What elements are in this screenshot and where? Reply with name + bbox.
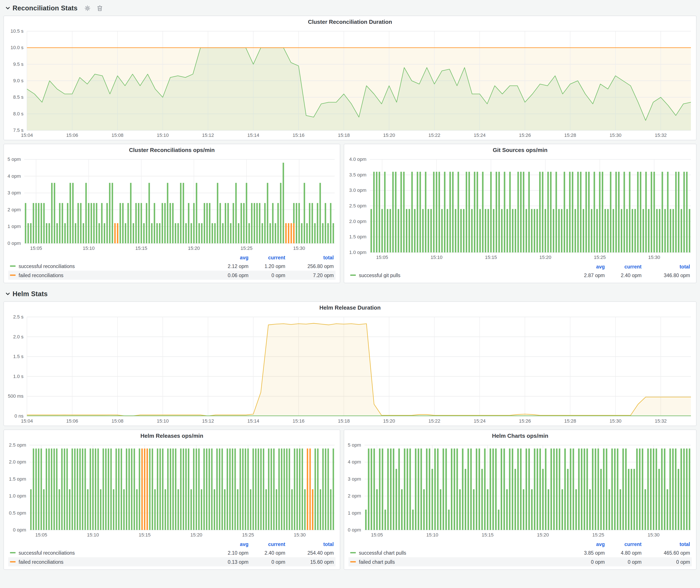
bar[interactable] — [121, 449, 122, 530]
bar[interactable] — [154, 203, 155, 243]
bar[interactable] — [664, 449, 665, 530]
bar[interactable] — [146, 203, 147, 243]
bar[interactable] — [629, 172, 631, 252]
bar[interactable] — [384, 510, 386, 530]
bar[interactable] — [412, 510, 414, 530]
bar[interactable] — [35, 449, 37, 530]
bar[interactable] — [605, 209, 606, 252]
bar[interactable] — [645, 489, 646, 530]
bar[interactable] — [56, 449, 58, 530]
bar[interactable] — [526, 449, 527, 530]
bar[interactable] — [429, 449, 430, 530]
section-title[interactable]: Helm Stats — [13, 290, 48, 298]
bar[interactable] — [250, 489, 252, 530]
bar[interactable] — [309, 203, 310, 243]
bar[interactable] — [564, 172, 565, 252]
bar[interactable] — [154, 489, 156, 530]
section-header-reconciliation-stats[interactable]: Reconciliation Stats — [3, 1, 697, 16]
bar[interactable] — [493, 209, 494, 252]
bar[interactable] — [169, 203, 171, 243]
bar[interactable] — [592, 449, 594, 530]
bar[interactable] — [291, 489, 293, 530]
bar[interactable] — [317, 449, 319, 530]
bar[interactable] — [637, 172, 639, 252]
bar[interactable] — [661, 449, 663, 530]
bar[interactable] — [517, 172, 519, 252]
bar[interactable] — [177, 223, 179, 243]
bar[interactable] — [317, 203, 318, 243]
bar[interactable] — [237, 489, 239, 530]
bar[interactable] — [570, 449, 571, 530]
bar[interactable] — [247, 449, 249, 530]
bar[interactable] — [46, 223, 47, 243]
bar[interactable] — [93, 203, 95, 243]
bar[interactable] — [61, 449, 63, 530]
bar[interactable] — [278, 449, 280, 530]
bar[interactable] — [277, 203, 279, 243]
bar[interactable] — [72, 449, 73, 530]
bar[interactable] — [290, 223, 292, 243]
bar[interactable] — [681, 209, 682, 252]
bar[interactable] — [631, 469, 632, 530]
bar[interactable] — [116, 449, 117, 530]
plot-p4[interactable]: 2.5 s2.0 s1.5 s1.0 s500 ms0 ns15:0415:06… — [4, 313, 696, 426]
bar[interactable] — [273, 449, 275, 530]
bar[interactable] — [658, 469, 660, 530]
bar[interactable] — [506, 209, 508, 252]
bar[interactable] — [209, 203, 210, 243]
bar[interactable] — [553, 209, 554, 252]
bar[interactable] — [572, 172, 573, 252]
bar[interactable] — [172, 449, 174, 530]
bar[interactable] — [460, 209, 462, 252]
bar[interactable] — [536, 209, 538, 252]
bar[interactable] — [230, 223, 232, 243]
bar[interactable] — [185, 449, 187, 530]
bar[interactable] — [398, 449, 400, 530]
legend-series-failed-reconciliations[interactable]: failed reconciliations — [10, 273, 203, 278]
bar[interactable] — [564, 449, 566, 530]
bar[interactable] — [87, 489, 89, 530]
bar[interactable] — [33, 203, 34, 243]
bar[interactable] — [271, 449, 272, 530]
bar[interactable] — [581, 449, 582, 530]
bar[interactable] — [566, 209, 568, 252]
bar[interactable] — [327, 223, 329, 243]
bar[interactable] — [471, 209, 473, 252]
bar[interactable] — [610, 172, 611, 252]
chevron-down-icon[interactable] — [5, 6, 10, 11]
bar[interactable] — [268, 449, 269, 530]
bar[interactable] — [151, 223, 153, 243]
bar[interactable] — [559, 449, 560, 530]
bar[interactable] — [447, 209, 448, 252]
panel-title[interactable]: Cluster Reconciliations ops/min — [4, 144, 340, 156]
bar[interactable] — [390, 209, 391, 252]
bar[interactable] — [466, 172, 467, 252]
bar[interactable] — [515, 469, 516, 530]
bar[interactable] — [490, 172, 492, 252]
bar[interactable] — [180, 449, 182, 530]
bar[interactable] — [555, 172, 557, 252]
bar[interactable] — [77, 203, 79, 243]
bar[interactable] — [683, 449, 685, 530]
bar[interactable] — [664, 209, 666, 252]
bar[interactable] — [645, 172, 647, 252]
bar[interactable] — [539, 449, 541, 530]
bar[interactable] — [547, 172, 549, 252]
bar[interactable] — [387, 209, 388, 252]
bar[interactable] — [59, 203, 61, 243]
bar[interactable] — [365, 510, 367, 530]
bar[interactable] — [97, 449, 99, 530]
bar[interactable] — [512, 209, 513, 252]
legend-series-failed-chart-pulls[interactable]: failed chart pulls — [350, 559, 559, 564]
bar[interactable] — [440, 489, 441, 530]
bar[interactable] — [127, 203, 129, 243]
bar[interactable] — [183, 449, 184, 530]
trash-icon[interactable] — [97, 5, 103, 11]
bar[interactable] — [528, 172, 530, 252]
bar[interactable] — [35, 203, 37, 243]
bar[interactable] — [51, 449, 52, 530]
bar[interactable] — [69, 489, 71, 530]
bar[interactable] — [458, 172, 459, 252]
bar[interactable] — [506, 489, 508, 530]
bar[interactable] — [219, 449, 220, 530]
